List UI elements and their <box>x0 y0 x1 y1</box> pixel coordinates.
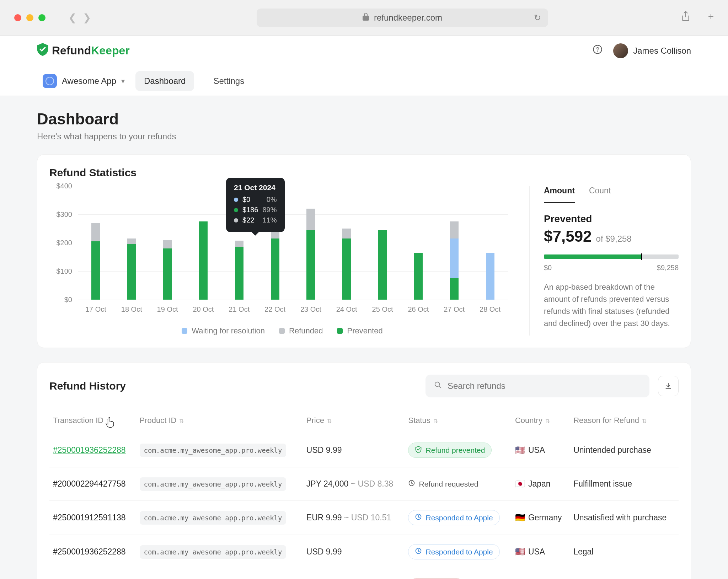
x-tick-label: 24 Oct <box>329 305 365 313</box>
app-selector[interactable]: Awesome App ▾ <box>43 74 125 88</box>
range-max: $9,258 <box>657 264 679 272</box>
price-cell: JPY 24,000 ~ USD 8.38 <box>303 569 405 579</box>
x-tick-label: 20 Oct <box>185 305 221 313</box>
x-tick-label: 25 Oct <box>365 305 401 313</box>
back-button[interactable]: ❮ <box>68 12 76 23</box>
refund-history-card: Refund History Transaction ID⇅ Product I… <box>37 362 691 579</box>
x-tick-label: 28 Oct <box>472 305 508 313</box>
chart-legend: Waiting for resolution Refunded Prevente… <box>49 326 515 336</box>
bar-slot[interactable] <box>472 186 508 300</box>
col-product-id[interactable]: Product ID⇅ <box>136 408 303 433</box>
prevented-progress <box>544 254 679 259</box>
product-id-chip: com.acme.my_awesome_app.pro.weekly <box>140 477 287 491</box>
share-icon[interactable] <box>681 11 690 24</box>
prevented-label: Prevented <box>544 213 679 225</box>
tab-count[interactable]: Count <box>589 186 611 203</box>
history-title: Refund History <box>49 380 126 392</box>
country-cell: 🇩🇪Germany <box>512 501 570 535</box>
country-cell: 🇯🇵Japan <box>512 569 570 579</box>
reload-icon[interactable]: ↻ <box>534 13 541 23</box>
browser-chrome: ❮ ❯ refundkeeper.com ↻ + <box>0 0 728 36</box>
col-country[interactable]: Country⇅ <box>512 408 570 433</box>
url-bar[interactable]: refundkeeper.com ↻ <box>257 9 548 27</box>
table-row: #200002294427758com.acme.my_awesome_app.… <box>49 569 679 579</box>
page-subtitle: Here's what happens to your refunds <box>37 132 691 141</box>
svg-line-3 <box>439 386 441 388</box>
app-header: RefundKeeper ? James Collison <box>0 36 728 66</box>
brand-prefix: Refund <box>52 44 91 57</box>
nav-bar: Awesome App ▾ Dashboard Settings <box>0 66 728 96</box>
bar-slot[interactable] <box>400 186 436 300</box>
table-row: #250001936252288com.acme.my_awesome_app.… <box>49 433 679 467</box>
x-tick-label: 19 Oct <box>150 305 186 313</box>
nav-settings[interactable]: Settings <box>205 71 253 91</box>
bar-slot[interactable] <box>185 186 221 300</box>
help-icon[interactable]: ? <box>593 44 603 57</box>
table-row: #200002294427758com.acme.my_awesome_app.… <box>49 467 679 501</box>
price-cell: EUR 9.99 ~ USD 10.51 <box>303 501 405 535</box>
tooltip-date: 21 Oct 2024 <box>234 183 277 192</box>
col-transaction-id[interactable]: Transaction ID⇅ <box>49 408 136 433</box>
search-refunds[interactable] <box>425 375 649 397</box>
url-text: refundkeeper.com <box>374 13 442 23</box>
y-tick-label: $100 <box>47 267 72 275</box>
range-min: $0 <box>544 264 552 272</box>
tab-amount[interactable]: Amount <box>544 186 575 203</box>
bar-slot[interactable] <box>329 186 365 300</box>
nav-dashboard[interactable]: Dashboard <box>135 71 194 91</box>
bar-slot[interactable] <box>436 186 472 300</box>
new-tab-icon[interactable]: + <box>708 11 714 24</box>
transaction-id-link[interactable]: #250001912591138 <box>53 513 126 522</box>
status-badge: Responded to Apple <box>408 510 499 525</box>
reason-cell: Legal <box>570 535 679 569</box>
x-tick-label: 22 Oct <box>257 305 293 313</box>
price-cell: JPY 24,000 ~ USD 8.38 <box>303 467 405 501</box>
legend-waiting: Waiting for resolution <box>192 326 265 336</box>
product-id-chip: com.acme.my_awesome_app.pro.weekly <box>140 511 287 525</box>
refund-chart[interactable]: $0$100$200$300$400 17 Oct18 Oct19 Oct20 … <box>49 186 515 336</box>
legend-refunded: Refunded <box>289 326 323 336</box>
y-tick-label: $300 <box>47 210 72 219</box>
stats-title: Refund Statistics <box>49 167 679 179</box>
col-price[interactable]: Price⇅ <box>303 408 405 433</box>
transaction-id-link[interactable]: #200002294427758 <box>53 479 126 488</box>
bar-slot[interactable] <box>114 186 150 300</box>
window-close[interactable] <box>14 14 21 21</box>
bar-slot[interactable] <box>150 186 186 300</box>
forward-button[interactable]: ❯ <box>83 12 91 23</box>
window-zoom[interactable] <box>38 14 46 21</box>
x-tick-label: 27 Oct <box>436 305 472 313</box>
refund-statistics-card: Refund Statistics $0$100$200$300$400 17 … <box>37 154 691 348</box>
price-cell: USD 9.99 <box>303 535 405 569</box>
transaction-id-link[interactable]: #250001936252288 <box>53 445 126 455</box>
col-status[interactable]: Status⇅ <box>405 408 511 433</box>
product-id-chip: com.acme.my_awesome_app.pro.weekly <box>140 545 287 559</box>
app-icon <box>43 74 57 88</box>
price-cell: USD 9.99 <box>303 433 405 467</box>
shield-check-icon <box>37 43 48 59</box>
logo[interactable]: RefundKeeper <box>37 43 130 59</box>
country-cell: 🇯🇵Japan <box>512 467 570 501</box>
x-tick-label: 21 Oct <box>221 305 257 313</box>
bar-slot[interactable] <box>293 186 329 300</box>
x-tick-label: 17 Oct <box>78 305 114 313</box>
user-menu[interactable]: James Collison <box>613 43 691 58</box>
bar-slot[interactable] <box>78 186 114 300</box>
bar-slot[interactable] <box>365 186 401 300</box>
lock-icon <box>363 13 369 23</box>
transaction-id-link[interactable]: #250001936252288 <box>53 547 126 556</box>
y-tick-label: $0 <box>47 296 72 304</box>
prevented-description: An app-based breakdown of the amount of … <box>544 281 679 329</box>
refund-history-table: Transaction ID⇅ Product ID⇅ Price⇅ Statu… <box>49 408 679 579</box>
col-reason[interactable]: Reason for Refund⇅ <box>570 408 679 433</box>
x-tick-label: 26 Oct <box>400 305 436 313</box>
app-name: Awesome App <box>62 76 116 86</box>
search-icon <box>434 381 442 391</box>
prevented-amount: $7,592 <box>544 227 592 245</box>
reason-cell: Fulfillment issue <box>570 467 679 501</box>
window-minimize[interactable] <box>26 14 33 21</box>
reason-cell: Unintended purchase <box>570 433 679 467</box>
reason-cell: Other reason <box>570 569 679 579</box>
search-input[interactable] <box>448 381 641 391</box>
download-button[interactable] <box>658 376 679 396</box>
